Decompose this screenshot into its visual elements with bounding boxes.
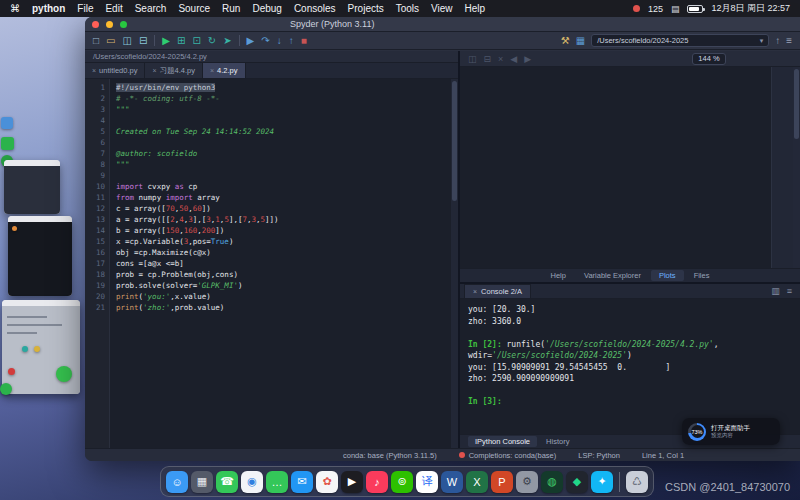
step-return-icon[interactable]: ↑ [289, 36, 294, 46]
pane-tab-variable-explorer[interactable]: Variable Explorer [576, 270, 649, 281]
next-plot-icon[interactable]: ▶ [524, 54, 531, 64]
menubar-clock[interactable]: 12月8日 周日 22:57 [711, 2, 790, 15]
plots-scrollbar[interactable] [793, 67, 800, 268]
window-thumbnail-1[interactable] [4, 160, 60, 214]
assistant-title[interactable]: 打开桌面助手 [711, 424, 750, 432]
dock-icon-tv[interactable]: ▶ [341, 471, 363, 493]
battery-icon[interactable] [687, 5, 703, 13]
editor-scrollbar[interactable] [451, 79, 458, 448]
code-line[interactable] [116, 170, 451, 181]
previous-plot-icon[interactable]: ◀ [510, 54, 517, 64]
code-line[interactable]: print('zho:',prob.value) [116, 302, 451, 313]
step-into-icon[interactable]: ↓ [277, 36, 282, 46]
options-menu-icon[interactable]: ≡ [786, 36, 792, 46]
close-console-icon[interactable]: × [473, 288, 477, 295]
open-file-icon[interactable]: ▭ [106, 36, 115, 46]
stop-debug-icon[interactable]: ■ [301, 36, 307, 46]
working-directory-select[interactable]: /Users/scofieldo/2024-2025 ▾ [591, 34, 769, 47]
window-thumbnail-2[interactable] [8, 216, 72, 296]
save-file-icon[interactable]: ◫ [123, 36, 132, 46]
zoom-window-button[interactable] [120, 21, 127, 28]
dock-icon-word[interactable]: W [441, 471, 463, 493]
rerun-cell-icon[interactable]: ↻ [208, 36, 216, 46]
battery-assistant-widget[interactable]: 73% 打开桌面助手 预览内容 [682, 418, 780, 445]
menu-item-debug[interactable]: Debug [252, 3, 281, 14]
close-tab-icon[interactable]: × [152, 67, 156, 74]
plots-scrollbar-thumb[interactable] [794, 69, 799, 139]
code-line[interactable]: c = array([70,50,60]) [116, 203, 451, 214]
desktop-icon-blue[interactable] [1, 117, 13, 129]
apple-menu-icon[interactable]: ⌘ [10, 3, 20, 14]
console-bottom-tab-ipython-console[interactable]: IPython Console [468, 436, 537, 447]
pane-tab-plots[interactable]: Plots [651, 270, 684, 281]
console-tab[interactable]: × Console 2/A [464, 284, 531, 298]
editor-tab[interactable]: ×4.2.py [203, 63, 246, 78]
menu-item-file[interactable]: File [77, 3, 93, 14]
menu-item-run[interactable]: Run [222, 3, 240, 14]
editor-tab[interactable]: ×untitled0.py [85, 63, 145, 78]
new-file-icon[interactable]: □ [93, 36, 99, 46]
code-area[interactable]: 123456789101112131415161718192021 #!/usr… [85, 79, 458, 448]
dock-icon-system-settings[interactable]: ⚙ [516, 471, 538, 493]
debug-file-icon[interactable]: ▶ [247, 36, 255, 46]
code-line[interactable]: b = array([150,160,200]) [116, 225, 451, 236]
save-plot-icon[interactable]: ◫ [468, 54, 477, 64]
code-line[interactable]: prob = cp.Problem(obj,cons) [116, 269, 451, 280]
menu-item-edit[interactable]: Edit [105, 3, 122, 14]
code-line[interactable]: # -*- coding: utf-8 -*- [116, 93, 451, 104]
code-line[interactable]: x =cp.Variable(3,pos=True) [116, 236, 451, 247]
dock-icon-trash[interactable]: ♺ [626, 471, 648, 493]
dock-icon-qq[interactable]: ✦ [591, 471, 613, 493]
minimize-window-button[interactable] [106, 21, 113, 28]
tools-icon[interactable]: ⚒ [561, 36, 570, 46]
code-line[interactable]: """ [116, 159, 451, 170]
code-line[interactable]: @author: scofieldo [116, 148, 451, 159]
step-over-icon[interactable]: ↷ [261, 36, 269, 46]
menu-item-projects[interactable]: Projects [348, 3, 384, 14]
menu-item-consoles[interactable]: Consoles [294, 3, 336, 14]
window-titlebar[interactable]: Spyder (Python 3.11) [85, 17, 800, 32]
dock-icon-launchpad[interactable]: ▦ [191, 471, 213, 493]
close-tab-icon[interactable]: × [210, 67, 214, 74]
copy-plot-icon[interactable]: ⊟ [484, 54, 492, 64]
code-line[interactable]: a = array([[2,4,3],[3,1,5],[7,3,5]]) [116, 214, 451, 225]
code-line[interactable]: from numpy import array [116, 192, 451, 203]
console-environments-icon[interactable]: ▥ [771, 286, 780, 296]
pane-tab-help[interactable]: Help [543, 270, 574, 281]
close-window-button[interactable] [92, 21, 99, 28]
editor-scrollbar-thumb[interactable] [452, 81, 457, 201]
status-dot-icon[interactable] [633, 5, 640, 12]
code-line[interactable] [116, 115, 451, 126]
run-file-icon[interactable]: ▶ [162, 36, 170, 46]
layout-icon[interactable]: ▦ [576, 36, 585, 46]
close-tab-icon[interactable]: × [92, 67, 96, 74]
console-options-menu-icon[interactable]: ≡ [787, 286, 792, 296]
dock-icon-mail[interactable]: ✉ [291, 471, 313, 493]
menu-item-help[interactable]: Help [465, 3, 486, 14]
code-line[interactable]: cons =[a@x <=b] [116, 258, 451, 269]
dock-icon-safari[interactable]: ◉ [241, 471, 263, 493]
dock-icon-powerpoint[interactable]: P [491, 471, 513, 493]
desktop-icon-anaconda[interactable] [56, 366, 72, 382]
menu-item-tools[interactable]: Tools [396, 3, 419, 14]
dock-icon-facetime[interactable]: ☎ [216, 471, 238, 493]
menubar-badge[interactable]: 125 [648, 4, 663, 14]
code-lines[interactable]: #!/usr/bin/env python3# -*- coding: utf-… [110, 79, 451, 448]
run-cell-advance-icon[interactable]: ⊡ [192, 36, 200, 46]
dock-icon-ide[interactable]: ◆ [566, 471, 588, 493]
dock-icon-wechat[interactable]: ⊚ [391, 471, 413, 493]
plots-zoom-level[interactable]: 144 % [692, 53, 726, 65]
code-line[interactable]: print('you:',x.value) [116, 291, 451, 302]
menu-item-view[interactable]: View [431, 3, 453, 14]
dock-icon-finder[interactable]: ☺ [166, 471, 188, 493]
dock-icon-excel[interactable]: X [466, 471, 488, 493]
parent-directory-icon[interactable]: ↑ [775, 36, 780, 46]
save-all-icon[interactable]: ⊟ [139, 36, 147, 46]
menubar-app-name[interactable]: python [32, 3, 65, 14]
code-line[interactable]: """ [116, 104, 451, 115]
console-output[interactable]: you: [20. 30.]zho: 3360.0 In [2]: runfil… [460, 299, 800, 434]
dock-icon-music[interactable]: ♪ [366, 471, 388, 493]
display-icon[interactable]: ▤ [671, 4, 680, 14]
code-line[interactable]: prob.solve(solver='GLPK_MI') [116, 280, 451, 291]
dock-icon-translate[interactable]: 译 [416, 471, 438, 493]
